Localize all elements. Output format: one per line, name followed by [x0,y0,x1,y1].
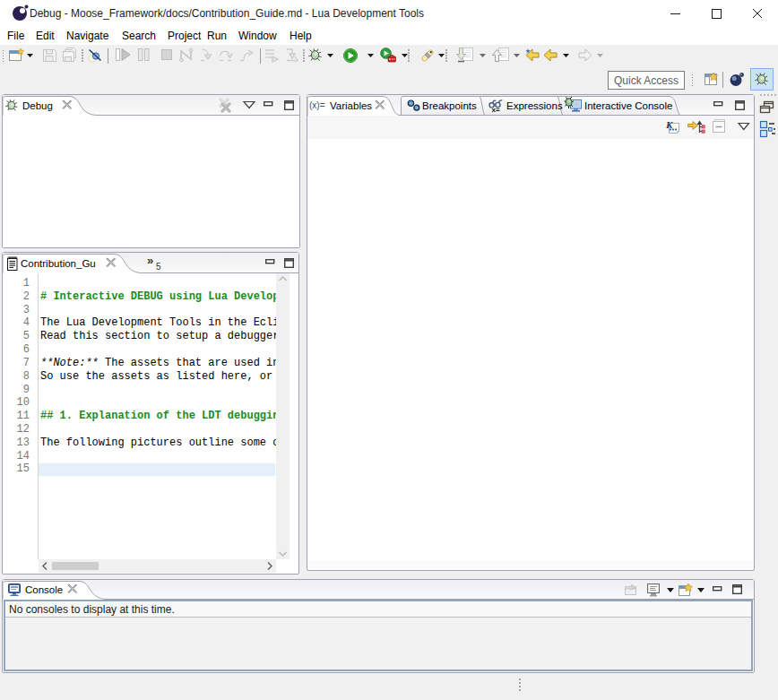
svg-text:Interactive Console: Interactive Console [584,100,672,111]
svg-text:5: 5 [156,262,161,272]
svg-text:Contribution_Gu: Contribution_Gu [21,258,96,269]
svg-text:Expressions: Expressions [506,100,563,111]
svg-text:Breakpoints: Breakpoints [422,100,477,111]
svg-text:K: K [665,119,673,130]
svg-text:(x)=: (x)= [309,100,325,110]
svg-text:Variables: Variables [330,100,372,111]
svg-text:Debug: Debug [22,100,53,111]
svg-text:»: » [147,254,153,267]
svg-text:x=: x= [492,106,500,114]
svg-text:Console: Console [25,584,63,595]
